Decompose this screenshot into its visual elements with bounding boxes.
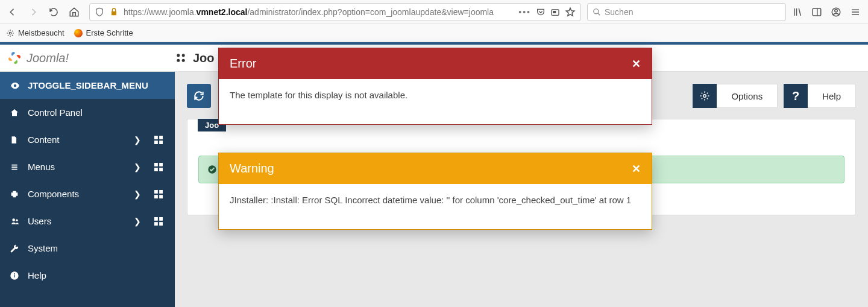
page-title-text: Joo (193, 51, 215, 65)
search-placeholder: Suchen (605, 7, 633, 17)
sidebar-item-users[interactable]: Users ❯ (0, 207, 175, 235)
file-icon (10, 135, 20, 145)
svg-point-5 (835, 9, 838, 12)
sidebar-item-content[interactable]: Content ❯ (0, 126, 175, 153)
help-label: Help (808, 84, 856, 108)
bookmark-most-visited[interactable]: Meistbesucht (6, 28, 64, 37)
gear-icon (6, 29, 14, 37)
question-icon: ? (784, 84, 808, 108)
svg-rect-22 (154, 195, 158, 198)
svg-rect-12 (154, 136, 158, 139)
svg-rect-23 (159, 195, 163, 198)
account-icon (831, 7, 841, 17)
chevron-right-icon: ❯ (134, 162, 141, 172)
bookmark-bar: Meistbesucht Erste Schritte (0, 24, 868, 42)
svg-rect-19 (159, 168, 163, 171)
home-icon (10, 108, 20, 118)
error-modal-title: Error (230, 57, 256, 71)
error-modal: Error ✕ The template for this display is… (218, 48, 652, 125)
svg-text:i: i (14, 273, 16, 279)
sidebar-toggle[interactable]: JTOGGLE_SIDEBAR_MENU (0, 72, 175, 99)
star-icon[interactable] (565, 7, 576, 17)
bookmark-label: Erste Schritte (86, 28, 133, 37)
svg-point-11 (14, 84, 17, 87)
account-button[interactable] (827, 3, 845, 21)
wrench-icon (10, 244, 20, 253)
error-modal-header: Error ✕ (219, 48, 652, 79)
svg-rect-20 (154, 190, 158, 194)
bookmark-first-steps[interactable]: Erste Schritte (74, 28, 133, 37)
arrow-right-icon (28, 7, 39, 17)
screenshot-icon[interactable] (550, 7, 560, 17)
sidebar-item-components[interactable]: Components ❯ (0, 180, 175, 207)
refresh-icon (193, 90, 205, 102)
svg-point-24 (12, 218, 15, 221)
sidebar-item-label: Control Panel (28, 107, 83, 118)
search-icon (593, 8, 601, 16)
sidebar-item-system[interactable]: System (0, 235, 175, 262)
url-bar[interactable]: https://www.joomla.vmnet2.local/administ… (89, 3, 581, 21)
sidebar-item-menus[interactable]: Menus ❯ (0, 153, 175, 180)
refresh-button[interactable] (187, 84, 211, 108)
gear-icon (693, 84, 717, 108)
puzzle-icon (10, 189, 20, 199)
users-icon (10, 217, 20, 226)
url-text: https://www.joomla.vmnet2.local/administ… (124, 7, 514, 17)
svg-point-10 (182, 59, 185, 62)
reload-icon (48, 7, 59, 17)
svg-rect-21 (159, 190, 163, 194)
sidebar-item-label: Users (28, 216, 51, 226)
grid-icon[interactable] (154, 217, 163, 226)
shield-icon (95, 7, 104, 17)
options-label: Options (717, 84, 778, 108)
svg-point-9 (177, 59, 180, 62)
svg-rect-16 (154, 163, 158, 166)
back-button[interactable] (4, 3, 22, 21)
options-button[interactable]: Options (693, 84, 778, 108)
grid-icon[interactable] (154, 190, 163, 198)
eye-icon (10, 80, 20, 91)
warning-modal-header: Warning ✕ (219, 153, 652, 184)
joomla-logo-icon (7, 51, 22, 65)
svg-rect-26 (154, 217, 158, 221)
sidebar-item-help[interactable]: i Help (0, 262, 175, 289)
svg-point-6 (9, 32, 11, 34)
svg-point-2 (594, 8, 599, 13)
firefox-icon (74, 29, 83, 37)
arrow-left-icon (7, 7, 18, 17)
sidebar-icon (811, 7, 822, 17)
browser-toolbar: https://www.joomla.vmnet2.local/administ… (0, 0, 868, 24)
close-icon[interactable]: ✕ (632, 57, 641, 71)
warning-modal: Warning ✕ JInstaller: :Install: Error SQ… (218, 153, 652, 230)
browser-right-controls (788, 3, 864, 21)
panel-tab-label: Joo (205, 121, 219, 130)
svg-rect-18 (154, 168, 158, 171)
chevron-right-icon: ❯ (134, 189, 141, 199)
app-logo[interactable]: Joomla! (0, 51, 175, 65)
more-icon[interactable]: ••• (518, 7, 531, 17)
close-icon[interactable]: ✕ (632, 162, 641, 176)
svg-point-32 (703, 95, 706, 98)
sidebar-toggle-label: JTOGGLE_SIDEBAR_MENU (28, 80, 148, 90)
svg-rect-13 (159, 136, 163, 139)
lock-warning-icon (109, 7, 119, 17)
grid-icon[interactable] (154, 136, 163, 144)
svg-point-7 (177, 54, 180, 57)
reload-button[interactable] (45, 3, 63, 21)
sidebar-button[interactable] (808, 3, 826, 21)
search-bar[interactable]: Suchen (587, 3, 786, 21)
grid-icon[interactable] (154, 163, 163, 171)
forward-button[interactable] (24, 3, 42, 21)
pocket-icon[interactable] (536, 7, 546, 17)
home-button[interactable] (65, 3, 83, 21)
svg-rect-29 (159, 222, 163, 226)
sidebar-item-control-panel[interactable]: Control Panel (0, 99, 175, 126)
library-button[interactable] (788, 3, 807, 21)
sidebar-item-label: Help (28, 270, 46, 280)
menu-button[interactable] (846, 3, 864, 21)
chevron-right-icon: ❯ (134, 135, 141, 145)
svg-rect-17 (159, 163, 163, 166)
help-button[interactable]: ? Help (784, 84, 856, 108)
svg-rect-1 (553, 11, 556, 13)
sidebar-item-label: System (28, 243, 58, 253)
